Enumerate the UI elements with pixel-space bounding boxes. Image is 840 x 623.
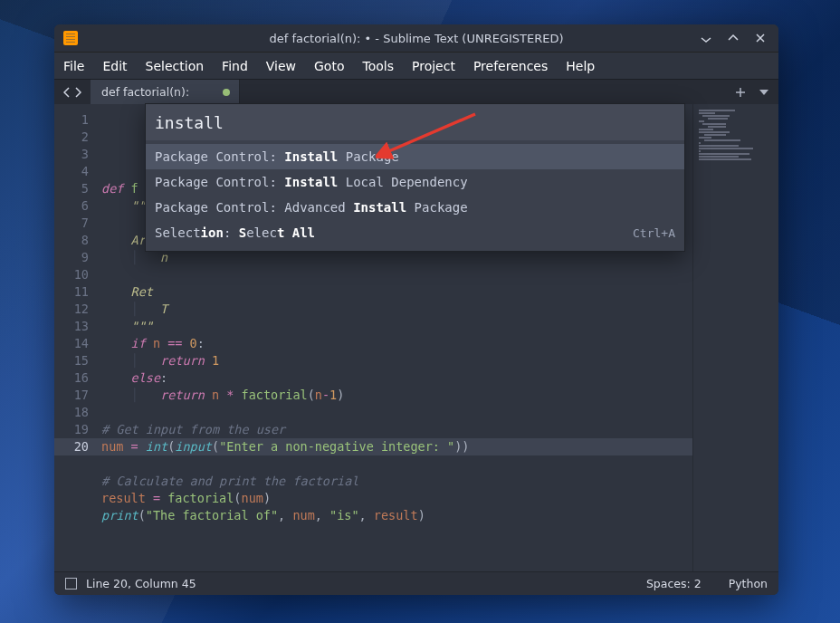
- titlebar: def factorial(n): • - Sublime Text (UNRE…: [54, 24, 778, 52]
- line-number: 13: [54, 318, 89, 335]
- line-number: 10: [54, 266, 89, 283]
- code-line: [101, 404, 692, 421]
- app-icon: [63, 31, 78, 45]
- code-line: else:: [101, 369, 692, 387]
- line-number: 5: [54, 180, 89, 197]
- command-palette-result-label: Package Control: Install Local Dependenc…: [155, 175, 468, 189]
- menu-project[interactable]: Project: [403, 53, 464, 79]
- status-bar: Line 20, Column 45 Spaces: 2 Python: [54, 571, 778, 595]
- command-palette-result-shortcut: Ctrl+A: [633, 226, 675, 240]
- line-number: 4: [54, 163, 89, 180]
- command-palette-result[interactable]: Package Control: Advanced Install Packag…: [146, 195, 684, 220]
- code-line: # Get input from the user: [101, 421, 692, 438]
- minimap[interactable]: [692, 104, 778, 571]
- editor-area: 1234567891011121314151617181920 def f ""…: [54, 104, 778, 571]
- window-title: def factorial(n): • - Sublime Text (UNRE…: [269, 32, 563, 45]
- command-palette-result-label: Package Control: Advanced Install Packag…: [155, 200, 468, 215]
- line-number: 3: [54, 146, 89, 163]
- cursor-position[interactable]: Line 20, Column 45: [86, 577, 196, 590]
- tab-bar: def factorial(n):: [54, 79, 778, 104]
- code-line: result = factorial(num): [101, 490, 692, 507]
- line-number: 19: [54, 421, 89, 438]
- menu-preferences[interactable]: Preferences: [464, 53, 557, 79]
- code-line: # Calculate and print the factorial: [101, 473, 692, 490]
- code-line: │ T: [101, 301, 692, 318]
- code-line: num = int(input("Enter a non-negative in…: [101, 438, 692, 455]
- command-palette-result[interactable]: Package Control: Install Package: [146, 144, 684, 169]
- code-line: │ return n * factorial(n-1): [101, 387, 692, 404]
- syntax-setting[interactable]: Python: [729, 577, 768, 590]
- line-number: 8: [54, 232, 89, 249]
- line-number: 16: [54, 369, 89, 387]
- line-number: 15: [54, 352, 89, 369]
- command-palette-result-label: Package Control: Install Package: [155, 149, 399, 164]
- command-palette-result-label: Selection: Select All: [155, 225, 315, 240]
- code-line: [101, 455, 692, 473]
- command-palette-results: Package Control: Install PackagePackage …: [146, 140, 684, 251]
- line-number: 14: [54, 335, 89, 352]
- menu-selection[interactable]: Selection: [137, 53, 214, 79]
- line-number: 18: [54, 404, 89, 421]
- file-tab[interactable]: def factorial(n):: [91, 80, 240, 104]
- code-line: [101, 266, 692, 283]
- line-number-gutter: 1234567891011121314151617181920: [54, 104, 98, 571]
- code-line: """: [101, 318, 692, 335]
- line-number: 20: [54, 438, 98, 455]
- command-palette: install Package Control: Install Package…: [145, 103, 685, 252]
- menu-view[interactable]: View: [257, 53, 305, 79]
- new-tab-button[interactable]: [733, 85, 748, 100]
- code-line: if n == 0:: [101, 335, 692, 352]
- app-window: def factorial(n): • - Sublime Text (UNRE…: [54, 24, 778, 595]
- code-line: │ return 1: [101, 352, 692, 369]
- menu-edit[interactable]: Edit: [93, 53, 136, 79]
- line-number: 1: [54, 111, 89, 129]
- menu-find[interactable]: Find: [213, 53, 257, 79]
- line-number: 17: [54, 387, 89, 404]
- minimize-button[interactable]: [697, 29, 715, 47]
- command-palette-result[interactable]: Selection: Select AllCtrl+A: [146, 220, 684, 245]
- indentation-setting[interactable]: Spaces: 2: [646, 577, 702, 590]
- menu-help[interactable]: Help: [557, 53, 604, 79]
- menu-file[interactable]: File: [54, 53, 93, 79]
- panel-switcher-icon[interactable]: [65, 578, 77, 589]
- tab-dropdown-button[interactable]: [757, 85, 771, 100]
- line-number: 9: [54, 249, 89, 266]
- dirty-indicator-icon: [223, 89, 230, 96]
- command-palette-result[interactable]: Package Control: Install Local Dependenc…: [146, 169, 684, 195]
- line-number: 2: [54, 129, 89, 146]
- maximize-button[interactable]: [724, 29, 742, 47]
- line-number: 7: [54, 215, 89, 232]
- menu-tools[interactable]: Tools: [353, 53, 403, 79]
- line-number: 11: [54, 283, 89, 301]
- code-line: print("The factorial of", num, "is", res…: [101, 507, 692, 524]
- tab-history-nav[interactable]: [54, 80, 91, 104]
- tab-label: def factorial(n):: [101, 85, 189, 99]
- menubar: FileEditSelectionFindViewGotoToolsProjec…: [54, 52, 778, 79]
- window-controls: [697, 29, 773, 47]
- command-palette-input[interactable]: install: [146, 104, 684, 140]
- line-number: 12: [54, 301, 89, 318]
- line-number: 6: [54, 197, 89, 215]
- menu-goto[interactable]: Goto: [305, 53, 353, 79]
- close-button[interactable]: [751, 29, 769, 47]
- command-palette-query: install: [155, 113, 224, 132]
- code-line: Ret: [101, 283, 692, 301]
